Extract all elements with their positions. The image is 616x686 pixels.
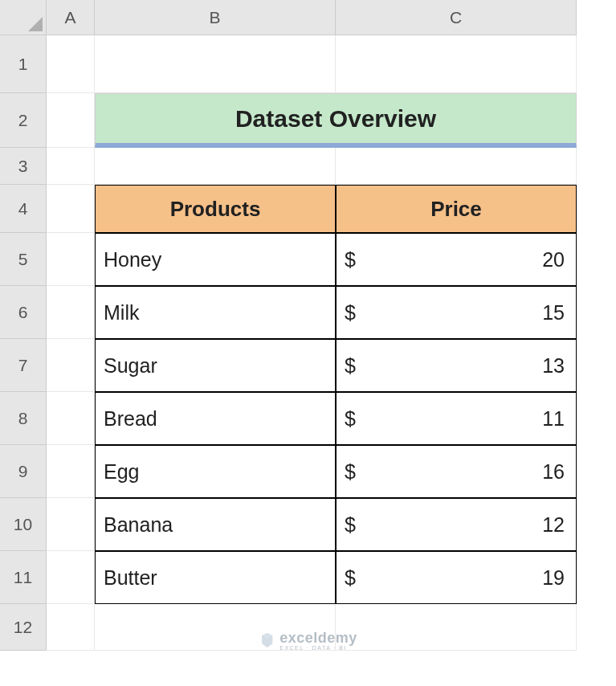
col-header-c[interactable]: C: [336, 0, 577, 35]
cell-b3[interactable]: [95, 148, 336, 185]
product-cell[interactable]: Egg: [95, 445, 336, 498]
select-all-corner[interactable]: [0, 0, 47, 35]
watermark: exceldemy EXCEL · DATA · BI: [259, 631, 357, 651]
price-value: 12: [542, 513, 565, 537]
cell-c1[interactable]: [336, 35, 577, 93]
product-cell[interactable]: Sugar: [95, 339, 336, 392]
cell-a2[interactable]: [47, 93, 95, 148]
price-value: 11: [542, 407, 565, 431]
row-header-8[interactable]: 8: [0, 392, 47, 445]
spreadsheet-grid: A B C 1 2 Dataset Overview 3 4 Products …: [0, 0, 616, 651]
cell-a9[interactable]: [47, 445, 95, 498]
row-header-11[interactable]: 11: [0, 551, 47, 604]
row-header-2[interactable]: 2: [0, 93, 47, 148]
cell-a12[interactable]: [47, 604, 95, 651]
currency-symbol: $: [345, 513, 356, 537]
price-cell[interactable]: $ 19: [336, 551, 577, 604]
row-header-6[interactable]: 6: [0, 286, 47, 339]
cell-c3[interactable]: [336, 148, 577, 185]
currency-symbol: $: [345, 566, 356, 590]
price-cell[interactable]: $ 16: [336, 445, 577, 498]
cell-a8[interactable]: [47, 392, 95, 445]
price-value: 15: [542, 301, 565, 325]
products-header[interactable]: Products: [95, 185, 336, 233]
cell-a5[interactable]: [47, 233, 95, 286]
cell-a7[interactable]: [47, 339, 95, 392]
watermark-sub: EXCEL · DATA · BI: [279, 645, 357, 651]
cell-a10[interactable]: [47, 498, 95, 551]
product-cell[interactable]: Banana: [95, 498, 336, 551]
price-value: 19: [542, 566, 565, 590]
currency-symbol: $: [345, 460, 356, 484]
row-header-12[interactable]: 12: [0, 604, 47, 651]
cell-a11[interactable]: [47, 551, 95, 604]
cell-c12[interactable]: [336, 604, 577, 651]
product-cell[interactable]: Butter: [95, 551, 336, 604]
row-header-3[interactable]: 3: [0, 148, 47, 185]
price-cell[interactable]: $ 12: [336, 498, 577, 551]
price-value: 20: [542, 248, 565, 272]
row-header-4[interactable]: 4: [0, 185, 47, 233]
currency-symbol: $: [345, 354, 356, 378]
row-header-1[interactable]: 1: [0, 35, 47, 93]
row-header-10[interactable]: 10: [0, 498, 47, 551]
price-value: 16: [542, 460, 565, 484]
row-header-9[interactable]: 9: [0, 445, 47, 498]
row-header-5[interactable]: 5: [0, 233, 47, 286]
watermark-text: exceldemy EXCEL · DATA · BI: [279, 631, 357, 651]
price-header[interactable]: Price: [336, 185, 577, 233]
price-value: 13: [542, 354, 565, 378]
cell-a4[interactable]: [47, 185, 95, 233]
currency-symbol: $: [345, 301, 356, 325]
product-cell[interactable]: Bread: [95, 392, 336, 445]
cell-b1[interactable]: [95, 35, 336, 93]
dataset-title[interactable]: Dataset Overview: [95, 93, 577, 148]
price-cell[interactable]: $ 11: [336, 392, 577, 445]
exceldemy-logo-icon: [259, 633, 275, 649]
price-cell[interactable]: $ 15: [336, 286, 577, 339]
currency-symbol: $: [345, 248, 356, 272]
select-all-triangle-icon: [28, 17, 43, 31]
cell-a1[interactable]: [47, 35, 95, 93]
watermark-main: exceldemy: [279, 631, 357, 645]
col-header-b[interactable]: B: [95, 0, 336, 35]
cell-a3[interactable]: [47, 148, 95, 185]
price-cell[interactable]: $ 20: [336, 233, 577, 286]
currency-symbol: $: [345, 407, 356, 431]
cell-a6[interactable]: [47, 286, 95, 339]
col-header-a[interactable]: A: [47, 0, 95, 35]
product-cell[interactable]: Milk: [95, 286, 336, 339]
row-header-7[interactable]: 7: [0, 339, 47, 392]
price-cell[interactable]: $ 13: [336, 339, 577, 392]
product-cell[interactable]: Honey: [95, 233, 336, 286]
